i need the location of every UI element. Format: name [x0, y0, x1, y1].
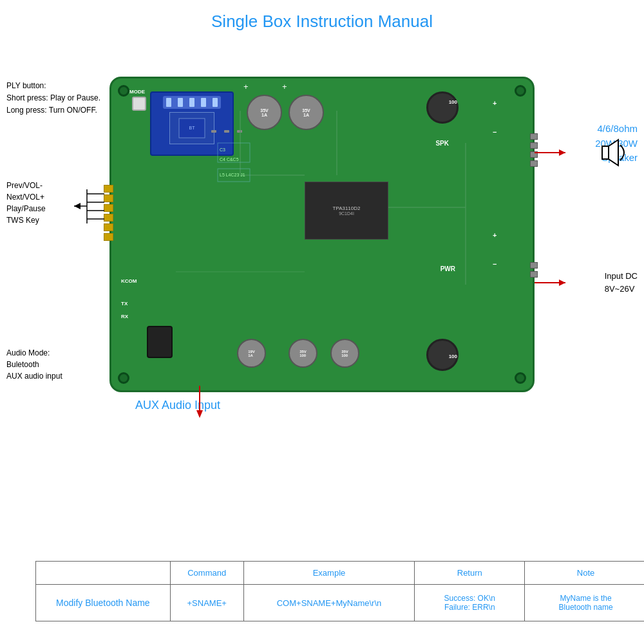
left-connector [104, 185, 113, 241]
inductor-label-100b: 100 [449, 354, 457, 359]
inductor-label-100: 100 [449, 99, 457, 105]
bt-antenna [163, 96, 221, 109]
cap-bottom-mid2: 35V100 [330, 339, 359, 368]
rx-label: RX [121, 314, 128, 319]
kcom-label: KCOM [121, 278, 137, 284]
screw-hole-tl [118, 85, 129, 97]
svg-rect-9 [218, 169, 250, 182]
page-title: Single Box Instruction Manual [0, 0, 644, 32]
bt-chip: BT [169, 112, 214, 144]
svg-marker-18 [559, 279, 565, 286]
controls-annotation: Prev/VOL- Next/VOL+ Play/Pause TWS Key [6, 180, 46, 226]
input-dc-annotation: Input DC 8V~26V [605, 270, 638, 295]
cap-bottom-mid1: 35V100 [289, 339, 317, 368]
cap-bottom-left: 19V1A [237, 339, 266, 368]
smd-2 [224, 130, 229, 133]
screw-hole-bl [118, 372, 129, 384]
mode-button [132, 97, 146, 111]
svg-text:C4 C&C5: C4 C&C5 [220, 157, 239, 162]
plus-cap2: + [282, 82, 287, 91]
pwr-label: PWR [440, 265, 455, 272]
col-header-action [36, 562, 171, 585]
speaker-icon [596, 133, 634, 175]
row-command: +SNAME+ [170, 585, 243, 621]
spk-label: SPK [435, 140, 449, 147]
table-row: Modify Bluetooth Name +SNAME+ COM+SNAME+… [36, 585, 645, 621]
screw-hole-br [515, 372, 526, 384]
main-ic: TPA3110D2 9C1D4I [305, 182, 388, 240]
svg-marker-16 [559, 149, 565, 156]
bluetooth-module: BT [150, 91, 234, 156]
aux-label: AUX Audio Input [135, 399, 220, 412]
minus-label-spk: − [493, 128, 497, 136]
speaker-connector [530, 133, 538, 167]
col-header-note: Note [525, 562, 644, 585]
data-table: Command Example Return Note Modify Bluet… [35, 561, 644, 621]
audio-mode-annotation: Audio Mode: Buletooth AUX audio input [6, 347, 62, 382]
screw-hole-tr [515, 85, 526, 97]
smd-1 [211, 130, 216, 133]
svg-marker-26 [609, 140, 618, 166]
plus-label-spk: + [493, 99, 497, 107]
smd-3 [237, 130, 242, 133]
power-connector [530, 262, 538, 278]
row-action: Modify Bluetooth Name [36, 585, 171, 621]
tx-label: TX [121, 301, 128, 307]
row-example: COM+SNAME+MyName\r\n [243, 585, 415, 621]
col-header-return: Return [415, 562, 525, 585]
aux-jack [147, 326, 173, 358]
col-header-example: Example [243, 562, 415, 585]
minus-label-pwr: − [493, 260, 497, 268]
pcb-board: BT 35V1A 35V1A 100 TPA3110D2 9C1D4I SPK … [109, 77, 535, 392]
plus-label-pwr: + [493, 231, 497, 239]
row-return: Success: OK\n Failure: ERR\n [415, 585, 525, 621]
svg-marker-25 [74, 203, 80, 209]
svg-text:BT: BT [189, 126, 196, 130]
inductor-top [426, 91, 459, 124]
cap-top-left: 35V1A [247, 95, 282, 130]
svg-text:L5 L4C23 J1: L5 L4C23 J1 [220, 173, 245, 177]
cap-top-right: 35V1A [289, 95, 324, 130]
col-header-command: Command [170, 562, 243, 585]
plus-cap1: + [243, 82, 249, 91]
row-note: MyName is the Bluetooth name [525, 585, 644, 621]
svg-rect-27 [602, 146, 609, 159]
diagram-area: PLY button: Short press: Play or Pause. … [0, 38, 644, 437]
ply-button-annotation: PLY button: Short press: Play or Pause. … [6, 80, 100, 117]
